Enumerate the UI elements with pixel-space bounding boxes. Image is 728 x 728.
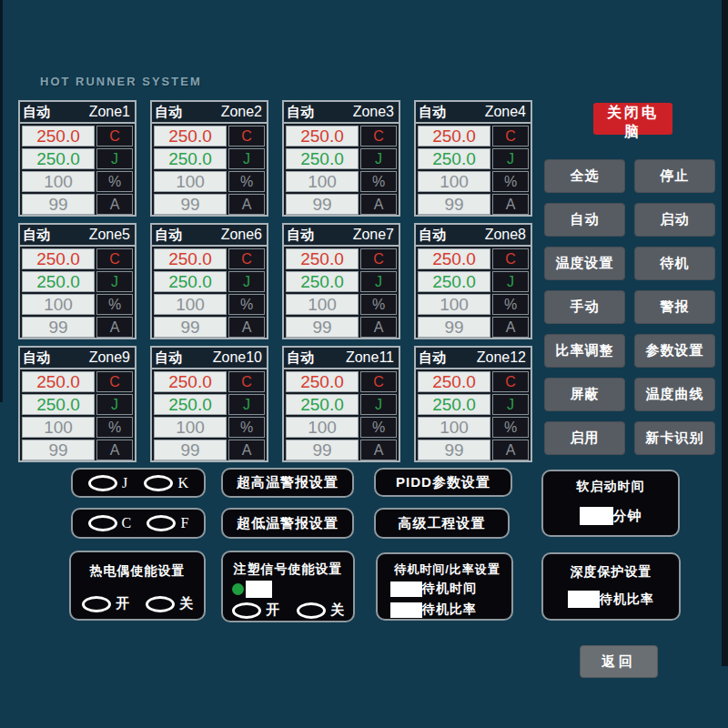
thermocouple-enable-panel: 热电偶使能设置 开 关 <box>69 551 206 621</box>
zone-panel-zone10[interactable]: 自动Zone10250.0C250.0J100%99A <box>150 346 268 462</box>
zone-row: 100% <box>22 294 133 315</box>
zone-value: 99 <box>418 194 490 215</box>
pidd-params-button[interactable]: PIDD参数设置 <box>374 468 512 497</box>
zone-panel-zone7[interactable]: 自动Zone7250.0C250.0J100%99A <box>282 223 400 339</box>
zone-value: 100 <box>418 417 490 438</box>
radio-oval-inj-off[interactable] <box>297 602 326 619</box>
zone-row: 99A <box>286 440 397 460</box>
zone-rows: 250.0C250.0J100%99A <box>152 124 267 218</box>
radio-oval-tc-on[interactable] <box>82 596 111 612</box>
zone-value: 250.0 <box>286 126 359 147</box>
shield-button[interactable]: 屏蔽 <box>544 378 625 411</box>
zone-unit: C <box>228 126 265 147</box>
radio-oval-inj-on[interactable] <box>232 602 261 619</box>
zone-row: 100% <box>22 417 133 438</box>
zone-panel-zone11[interactable]: 自动Zone11250.0C250.0J100%99A <box>282 346 400 462</box>
enable-button[interactable]: 启用 <box>544 421 625 455</box>
zone-mode: 自动 <box>419 104 446 121</box>
screen-edge-right <box>722 0 728 666</box>
zone-value: 250.0 <box>286 371 359 392</box>
zone-value: 250.0 <box>418 248 490 269</box>
soft-start-input[interactable] <box>580 507 613 525</box>
zone-panel-zone9[interactable]: 自动Zone9250.0C250.0J100%99A <box>18 346 136 462</box>
zone-row: 250.0C <box>418 248 529 269</box>
zone-unit: J <box>360 271 397 292</box>
zone-row: 100% <box>154 417 265 438</box>
advanced-settings-button[interactable]: 高级工程设置 <box>374 508 510 539</box>
zone-panel-zone8[interactable]: 自动Zone8250.0C250.0J100%99A <box>414 223 532 339</box>
standby-ratio-input[interactable] <box>390 602 422 618</box>
zone-value: 250.0 <box>418 126 490 147</box>
auto-button[interactable]: 自动 <box>544 203 625 237</box>
radio-oval-j[interactable] <box>88 475 117 491</box>
radio-oval-k[interactable] <box>144 475 173 491</box>
zone-unit: J <box>492 271 529 292</box>
zone-name: Zone10 <box>213 349 262 366</box>
zone-unit: J <box>228 271 265 292</box>
depth-protection-title: 深度保护设置 <box>551 564 672 581</box>
zone-unit: C <box>96 371 133 392</box>
start-button[interactable]: 启动 <box>634 203 715 237</box>
soft-start-title: 软启动时间 <box>543 479 678 495</box>
manual-button[interactable]: 手动 <box>544 290 625 324</box>
param-settings-button[interactable]: 参数设置 <box>634 334 715 368</box>
zone-value: 99 <box>154 317 227 338</box>
zone-row: 250.0J <box>418 394 529 415</box>
shutdown-computer-button[interactable]: 关闭电脑 <box>593 103 672 135</box>
zone-value: 100 <box>22 417 95 438</box>
alarm-button[interactable]: 警报 <box>634 290 715 324</box>
new-card-detect-button[interactable]: 新卡识别 <box>634 421 715 455</box>
zone-row: 100% <box>286 294 397 315</box>
standby-time-input[interactable] <box>390 581 422 597</box>
standby-button[interactable]: 待机 <box>634 247 715 280</box>
zone-panel-zone12[interactable]: 自动Zone12250.0C250.0J100%99A <box>414 346 532 462</box>
zone-value: 100 <box>418 294 490 315</box>
zone-mode: 自动 <box>287 349 314 367</box>
ratio-adjust-button[interactable]: 比率调整 <box>544 334 625 368</box>
zone-panel-zone3[interactable]: 自动Zone3250.0C250.0J100%99A <box>282 100 400 217</box>
zone-unit: J <box>228 148 265 169</box>
zone-unit: A <box>228 440 265 460</box>
zone-panel-zone2[interactable]: 自动Zone2250.0C250.0J100%99A <box>150 100 268 217</box>
injection-enable-panel: 注塑信号使能设置 开 关 <box>221 551 355 622</box>
zone-value: 100 <box>22 294 95 315</box>
zone-unit: J <box>96 271 133 292</box>
radio-oval-c[interactable] <box>88 515 117 531</box>
low-temp-alarm-button[interactable]: 超低温警报设置 <box>221 508 354 539</box>
zone-unit: % <box>96 171 133 192</box>
zone-header: 自动Zone5 <box>20 225 135 247</box>
temp-settings-button[interactable]: 温度设置 <box>544 247 625 280</box>
zone-row: 99A <box>286 194 397 215</box>
control-button-grid: 全选停止自动启动温度设置待机手动警报比率调整参数设置屏蔽温度曲线启用新卡识别 <box>544 159 715 455</box>
zone-mode: 自动 <box>155 349 182 367</box>
radio-oval-tc-off[interactable] <box>146 596 175 612</box>
high-temp-alarm-button[interactable]: 超高温警报设置 <box>221 468 354 498</box>
zone-unit: J <box>360 394 397 415</box>
zone-value: 250.0 <box>22 371 95 392</box>
zone-panel-zone5[interactable]: 自动Zone5250.0C250.0J100%99A <box>18 223 136 339</box>
standby-ratio-label: 待机比率 <box>422 602 477 618</box>
zone-panel-zone4[interactable]: 自动Zone4250.0C250.0J100%99A <box>414 100 532 217</box>
screen-edge-left <box>0 0 3 402</box>
radio-oval-f[interactable] <box>147 515 176 531</box>
depth-standby-ratio-input[interactable] <box>568 591 600 608</box>
injection-input[interactable] <box>246 581 272 598</box>
zone-value: 250.0 <box>154 394 227 415</box>
zone-unit: A <box>492 317 529 338</box>
select-all-button[interactable]: 全选 <box>544 159 625 193</box>
back-button[interactable]: 返回 <box>580 645 658 678</box>
zone-header: 自动Zone6 <box>152 225 267 247</box>
zone-row: 250.0J <box>154 148 265 169</box>
tc-type-j-label: J <box>122 475 127 491</box>
zone-value: 100 <box>22 171 95 192</box>
zone-unit: % <box>228 171 265 192</box>
zone-unit: A <box>228 317 265 338</box>
zone-panel-zone6[interactable]: 自动Zone6250.0C250.0J100%99A <box>150 223 268 339</box>
zone-panel-zone1[interactable]: 自动Zone1250.0C250.0J100%99A <box>18 100 136 217</box>
zone-mode: 自动 <box>23 104 50 121</box>
zone-row: 250.0J <box>286 148 397 169</box>
zone-unit: C <box>492 248 529 269</box>
zone-row: 250.0C <box>286 126 397 147</box>
temp-curve-button[interactable]: 温度曲线 <box>634 378 715 411</box>
stop-button[interactable]: 停止 <box>634 159 715 193</box>
